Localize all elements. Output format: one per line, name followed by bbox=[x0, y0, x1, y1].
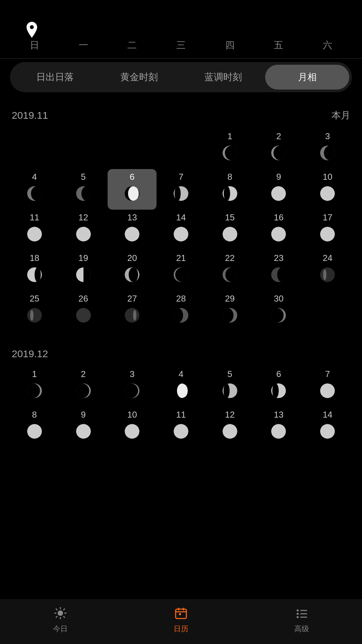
moon-phase-icon bbox=[172, 225, 190, 244]
day-cell-11[interactable]: 11 bbox=[10, 210, 59, 250]
moon-phase-icon bbox=[221, 307, 239, 325]
day-cell-25[interactable]: 25 bbox=[10, 291, 59, 331]
day-cell-4[interactable]: 4 bbox=[157, 366, 205, 407]
day-cell-6[interactable]: 6 bbox=[108, 169, 157, 210]
day-cell-21[interactable]: 21 bbox=[157, 250, 205, 291]
moon-phase-icon bbox=[221, 266, 239, 285]
weekday-cell: 一 bbox=[59, 36, 108, 55]
day-cell-12[interactable]: 12 bbox=[205, 407, 254, 447]
day-number: 12 bbox=[225, 410, 235, 420]
day-cell-10[interactable]: 10 bbox=[108, 407, 157, 447]
day-number: 2 bbox=[276, 131, 281, 142]
day-cell-28[interactable]: 28 bbox=[157, 291, 205, 331]
moon-phase-icon bbox=[270, 185, 287, 204]
moon-phase-icon bbox=[172, 423, 190, 441]
day-cell-3[interactable]: 3 bbox=[108, 366, 157, 407]
day-cell-10[interactable]: 10 bbox=[303, 169, 352, 210]
day-cell-9[interactable]: 9 bbox=[59, 407, 108, 447]
tab-日历[interactable]: 日历 bbox=[174, 606, 188, 634]
header bbox=[0, 0, 362, 29]
day-number: 1 bbox=[32, 369, 37, 379]
day-cell-8[interactable]: 8 bbox=[10, 407, 59, 447]
day-cell-11[interactable]: 11 bbox=[157, 407, 205, 447]
day-cell-9[interactable]: 9 bbox=[254, 169, 303, 210]
day-cell-29[interactable]: 29 bbox=[205, 291, 254, 331]
day-cell-26[interactable]: 26 bbox=[59, 291, 108, 331]
bottom-tabs: 今日日历高级 bbox=[0, 599, 362, 644]
filter-button-3[interactable]: 月相 bbox=[265, 65, 349, 90]
svg-point-94 bbox=[224, 383, 230, 398]
day-cell-12[interactable]: 12 bbox=[59, 210, 108, 250]
svg-point-17 bbox=[128, 186, 139, 201]
day-number: 29 bbox=[225, 293, 235, 304]
weekday-header: 日一二三四五六 bbox=[0, 29, 362, 59]
day-cell-16[interactable]: 16 bbox=[254, 210, 303, 250]
moon-phase-icon bbox=[26, 225, 43, 244]
svg-point-61 bbox=[320, 267, 335, 282]
day-number: 7 bbox=[325, 369, 330, 379]
svg-point-53 bbox=[175, 267, 190, 282]
day-cell-1[interactable]: 1 bbox=[205, 128, 254, 169]
day-cell-13[interactable]: 13 bbox=[254, 407, 303, 447]
day-cell-22[interactable]: 22 bbox=[205, 250, 254, 291]
empty-cell bbox=[108, 128, 157, 169]
day-cell-5[interactable]: 5 bbox=[59, 169, 108, 210]
day-cell-2[interactable]: 2 bbox=[254, 128, 303, 169]
day-cell-6[interactable]: 6 bbox=[254, 366, 303, 407]
day-cell-7[interactable]: 7 bbox=[303, 366, 352, 407]
moon-phase-icon bbox=[75, 266, 92, 285]
day-cell-8[interactable]: 8 bbox=[205, 169, 254, 210]
svg-point-62 bbox=[323, 269, 326, 280]
day-number: 21 bbox=[176, 253, 186, 263]
weekday-cell: 三 bbox=[157, 36, 205, 55]
svg-rect-47 bbox=[83, 266, 92, 283]
svg-point-103 bbox=[76, 424, 91, 439]
month-section-0: 2019.11本月1234567891011121314151617181920… bbox=[0, 99, 362, 338]
day-cell-17[interactable]: 17 bbox=[303, 210, 352, 250]
moon-phase-icon bbox=[75, 382, 92, 401]
moon-phase-icon bbox=[319, 266, 336, 285]
day-cell-4[interactable]: 4 bbox=[10, 169, 59, 210]
moon-phase-icon bbox=[221, 423, 239, 441]
svg-rect-127 bbox=[179, 613, 181, 615]
day-cell-15[interactable]: 15 bbox=[205, 210, 254, 250]
svg-point-41 bbox=[320, 227, 335, 241]
location-icon bbox=[23, 22, 40, 39]
svg-point-11 bbox=[31, 186, 43, 201]
filter-button-1[interactable]: 黄金时刻 bbox=[97, 65, 181, 90]
weekday-cell: 四 bbox=[205, 36, 254, 55]
day-cell-18[interactable]: 18 bbox=[10, 250, 59, 291]
day-number: 11 bbox=[176, 410, 186, 420]
day-cell-19[interactable]: 19 bbox=[59, 250, 108, 291]
svg-point-33 bbox=[125, 227, 139, 241]
filter-button-2[interactable]: 蓝调时刻 bbox=[181, 65, 265, 90]
weekday-cell: 六 bbox=[303, 36, 352, 55]
day-cell-24[interactable]: 24 bbox=[303, 250, 352, 291]
moon-phase-icon bbox=[270, 225, 287, 244]
day-cell-7[interactable]: 7 bbox=[157, 169, 205, 210]
day-cell-14[interactable]: 14 bbox=[303, 407, 352, 447]
empty-cell bbox=[157, 128, 205, 169]
month-label: 2019.12 bbox=[12, 348, 48, 360]
day-cell-5[interactable]: 5 bbox=[205, 366, 254, 407]
day-cell-1[interactable]: 1 bbox=[10, 366, 59, 407]
day-number: 7 bbox=[179, 172, 183, 182]
moon-phase-icon bbox=[319, 225, 336, 244]
filter-button-0[interactable]: 日出日落 bbox=[13, 65, 97, 90]
day-cell-27[interactable]: 27 bbox=[108, 291, 157, 331]
day-number: 10 bbox=[323, 172, 333, 182]
day-cell-3[interactable]: 3 bbox=[303, 128, 352, 169]
day-cell-30[interactable]: 30 bbox=[254, 291, 303, 331]
svg-point-130 bbox=[297, 613, 299, 615]
tab-label: 日历 bbox=[174, 624, 188, 634]
day-cell-13[interactable]: 13 bbox=[108, 210, 157, 250]
moon-phase-icon bbox=[221, 185, 239, 204]
day-cell-23[interactable]: 23 bbox=[254, 250, 303, 291]
tab-高级[interactable]: 高级 bbox=[294, 606, 309, 634]
day-cell-20[interactable]: 20 bbox=[108, 250, 157, 291]
day-cell-14[interactable]: 14 bbox=[157, 210, 205, 250]
day-number: 4 bbox=[179, 369, 183, 379]
tab-今日[interactable]: 今日 bbox=[53, 606, 68, 634]
day-cell-2[interactable]: 2 bbox=[59, 366, 108, 407]
filter-bar[interactable]: 日出日落黄金时刻蓝调时刻月相 bbox=[10, 62, 352, 92]
